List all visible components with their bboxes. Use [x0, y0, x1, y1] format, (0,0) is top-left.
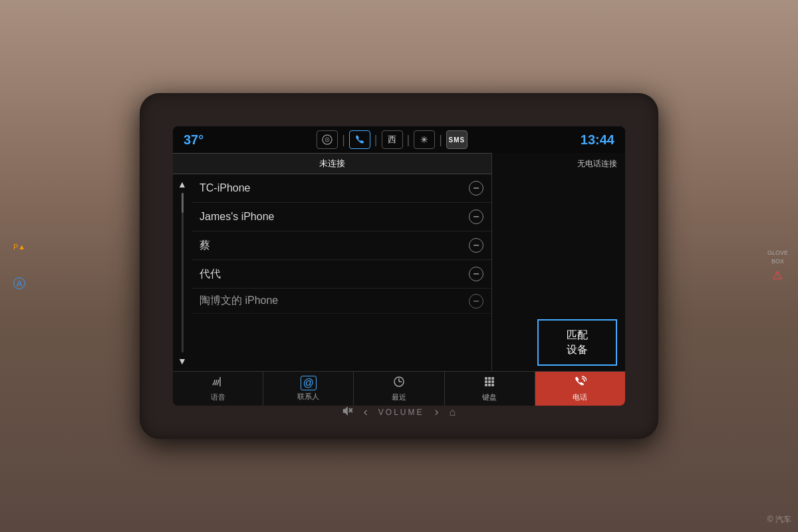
home-button[interactable]: ⌂ [450, 406, 456, 418]
main-content: 未连接 ▲ ▼ TC-iPhone − [173, 153, 625, 371]
temperature-display: 37° [184, 132, 203, 148]
svg-rect-13 [488, 384, 491, 386]
snowflake-icon[interactable]: ✳ [414, 130, 435, 149]
divider-3: | [407, 133, 410, 147]
device-item[interactable]: TC-iPhone − [192, 174, 491, 203]
tab-recent[interactable]: 最近 [354, 372, 444, 406]
divider-1: | [342, 133, 345, 147]
svg-rect-12 [485, 384, 487, 386]
scroll-thumb [182, 193, 184, 213]
device-item[interactable]: James's iPhone − [192, 203, 491, 231]
no-call-status: 无电话连接 [577, 158, 617, 170]
recent-label: 最近 [392, 392, 406, 402]
remove-device-btn[interactable]: − [469, 209, 483, 224]
mute-button[interactable] [342, 406, 353, 418]
tab-keypad[interactable]: 键盘 [445, 372, 535, 406]
scroll-down-btn[interactable]: ▼ [178, 356, 187, 366]
dashboard-surround: 37° | | [140, 93, 658, 439]
recent-icon [393, 376, 405, 391]
compass-icon[interactable] [317, 130, 338, 149]
top-nav-icons: | | 西 | ✳ | [317, 130, 467, 149]
left-indicators: P▲ A [13, 243, 25, 289]
volume-label: VOLUME [378, 408, 424, 417]
device-item[interactable]: 陶博文的 iPhone − [192, 289, 491, 314]
device-name: 代代 [200, 267, 221, 281]
svg-point-2 [327, 139, 328, 140]
device-item[interactable]: 蔡 − [192, 231, 491, 260]
device-item[interactable]: 代代 − [192, 260, 491, 289]
sms-label: SMS [449, 136, 466, 144]
remove-device-btn[interactable]: − [469, 294, 483, 309]
svg-rect-8 [491, 377, 494, 380]
svg-rect-7 [488, 377, 491, 380]
tab-voice[interactable]: 语音 [173, 372, 263, 406]
scroll-up-btn[interactable]: ▲ [178, 180, 187, 189]
voice-icon [211, 376, 225, 391]
warning-triangle-icon: ⚠ [767, 269, 788, 283]
parking-indicator: P▲ [13, 243, 25, 251]
volume-prev-btn[interactable]: ‹ [364, 405, 368, 419]
panel-header: 未连接 [173, 153, 491, 174]
device-list-container: ▲ ▼ TC-iPhone − J [173, 174, 491, 371]
device-name: 陶博文的 iPhone [200, 294, 278, 308]
keypad-icon [483, 376, 495, 391]
remove-device-btn[interactable]: − [469, 238, 483, 253]
svg-rect-10 [488, 380, 491, 383]
west-label: 西 [388, 134, 396, 146]
svg-rect-6 [485, 377, 487, 380]
right-labels: GLOVE BOX ⚠ [767, 249, 788, 283]
contacts-icon: @ [301, 376, 317, 390]
phone-tab-icon [573, 376, 587, 391]
infotainment-screen: 37° | | [173, 126, 625, 406]
contacts-label: 联系人 [297, 392, 319, 402]
tab-contacts[interactable]: @ 联系人 [263, 372, 354, 406]
sms-icon[interactable]: SMS [446, 130, 467, 149]
phone-nav-icon[interactable] [349, 130, 370, 149]
a-indicator: A [13, 277, 25, 289]
keypad-label: 键盘 [482, 392, 497, 402]
scroll-track [182, 193, 184, 352]
voice-label: 语音 [211, 392, 225, 402]
watermark: © 汽车 [767, 514, 791, 525]
scroll-controls: ▲ ▼ [173, 174, 192, 371]
glove-box-label: GLOVE BOX [767, 249, 788, 265]
pair-button-label: 匹配 设备 [567, 328, 588, 358]
volume-next-btn[interactable]: › [435, 405, 439, 419]
device-list: TC-iPhone − James's iPhone − 蔡 − [192, 174, 491, 371]
pair-device-button[interactable]: 匹配 设备 [537, 319, 617, 366]
device-name: 蔡 [200, 239, 210, 253]
right-panel: 无电话连接 匹配 设备 [492, 153, 625, 371]
svg-rect-11 [491, 380, 494, 383]
svg-rect-9 [485, 380, 487, 383]
divider-4: | [439, 133, 442, 147]
device-name: James's iPhone [200, 211, 274, 223]
top-bar: 37° | | [173, 126, 625, 153]
time-display: 13:44 [581, 132, 614, 148]
snowflake-symbol: ✳ [420, 134, 428, 145]
remove-device-btn[interactable]: − [469, 181, 483, 196]
svg-rect-14 [491, 384, 494, 386]
phone-tab-label: 电话 [573, 392, 587, 402]
controls-bar: ‹ VOLUME › ⌂ [342, 405, 456, 419]
device-name: TC-iPhone [200, 182, 250, 194]
tab-phone[interactable]: 电话 [535, 372, 625, 406]
remove-device-btn[interactable]: − [469, 267, 483, 281]
device-panel: 未连接 ▲ ▼ TC-iPhone − [173, 153, 492, 371]
car-interior: P▲ A 37° | [0, 0, 798, 532]
west-icon[interactable]: 西 [382, 130, 403, 149]
divider-2: | [374, 133, 378, 147]
bottom-nav: 语音 @ 联系人 最近 [173, 371, 625, 406]
